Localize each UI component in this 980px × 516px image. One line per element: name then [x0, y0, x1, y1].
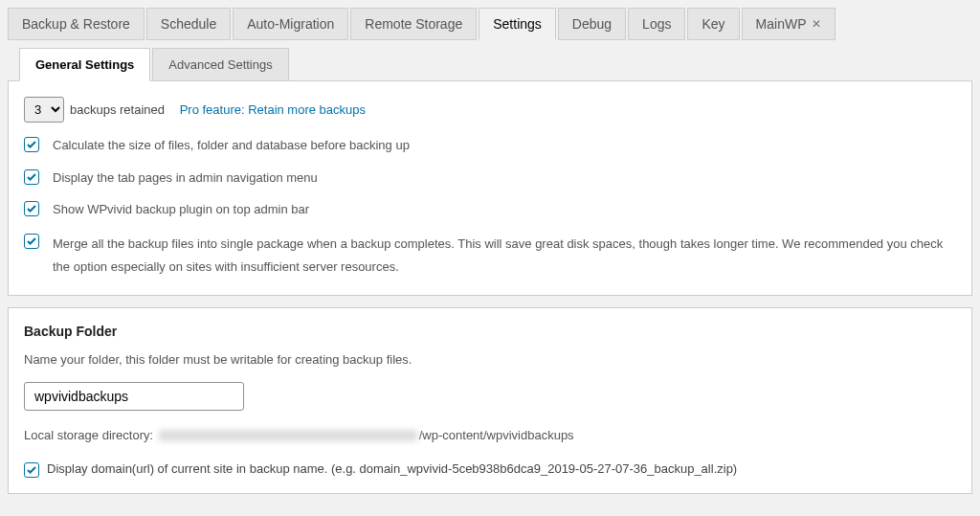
calc-size-label: Calculate the size of files, folder and …: [53, 136, 410, 155]
check-icon: [26, 236, 37, 247]
tab-auto-migration[interactable]: Auto-Migration: [233, 8, 348, 40]
backup-folder-desc: Name your folder, this folder must be wr…: [24, 352, 956, 367]
check-icon: [26, 203, 37, 214]
general-settings-panel: 3 backups retained Pro feature: Retain m…: [8, 80, 972, 296]
backup-folder-panel: Backup Folder Name your folder, this fol…: [8, 307, 972, 494]
storage-directory-path: /wp-content/wpvividbackups: [419, 428, 574, 442]
top-tabs: Backup & Restore Schedule Auto-Migration…: [8, 8, 972, 40]
calc-size-checkbox[interactable]: [24, 137, 39, 152]
close-icon[interactable]: ✕: [812, 17, 821, 31]
pro-feature-link[interactable]: Pro feature: Retain more backups: [180, 101, 366, 120]
show-topbar-checkbox[interactable]: [24, 201, 39, 216]
tab-settings[interactable]: Settings: [479, 8, 556, 40]
show-topbar-label: Show WPvivid backup plugin on top admin …: [53, 200, 309, 219]
backup-folder-input[interactable]: [24, 382, 244, 411]
tab-logs[interactable]: Logs: [628, 8, 685, 40]
backup-folder-heading: Backup Folder: [24, 324, 956, 339]
sub-tabs: General Settings Advanced Settings: [19, 48, 972, 80]
sub-tab-general[interactable]: General Settings: [19, 48, 150, 81]
sub-tab-advanced[interactable]: Advanced Settings: [152, 48, 288, 80]
display-domain-checkbox[interactable]: [24, 462, 39, 478]
tab-debug[interactable]: Debug: [558, 8, 626, 40]
tab-mainwp[interactable]: MainWP ✕: [742, 8, 836, 40]
merge-files-label: Merge all the backup files into single p…: [53, 233, 956, 280]
check-icon: [26, 464, 37, 476]
display-tabs-label: Display the tab pages in admin navigatio…: [53, 168, 318, 188]
storage-directory-line: Local storage directory: /wp-content/wpv…: [24, 428, 956, 442]
check-icon: [26, 139, 37, 150]
backups-retained-select[interactable]: 3: [24, 97, 64, 123]
tab-remote-storage[interactable]: Remote Storage: [350, 8, 477, 40]
merge-files-checkbox[interactable]: [24, 234, 39, 249]
tab-key[interactable]: Key: [687, 8, 739, 40]
display-domain-label: Display domain(url) of current site in b…: [47, 461, 737, 476]
backups-retained-label: backups retained: [70, 101, 165, 120]
display-tabs-checkbox[interactable]: [24, 169, 39, 185]
tab-backup-restore[interactable]: Backup & Restore: [8, 8, 145, 40]
blurred-path: [159, 430, 417, 441]
tab-schedule[interactable]: Schedule: [146, 8, 231, 40]
storage-directory-label: Local storage directory:: [24, 428, 153, 442]
check-icon: [26, 171, 37, 183]
